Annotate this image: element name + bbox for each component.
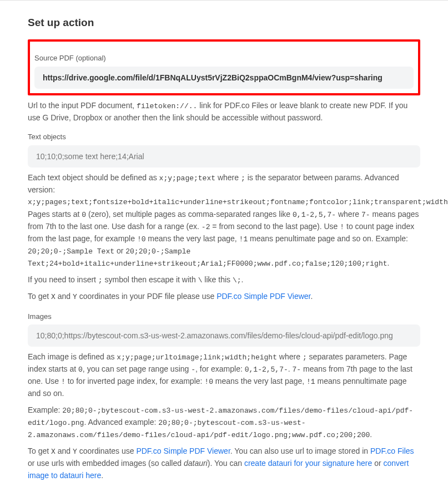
text-objects-input[interactable] [28,145,420,168]
images-help-1: Each image is defined as x;y;page;urltoi… [28,351,420,400]
source-pdf-help: Url to the input PDF document, filetoken… [28,100,420,124]
images-label: Images [28,311,420,322]
source-pdf-highlight-box: Source PDF (optional) [28,39,420,95]
text-objects-help-2: If you need to insert ; symbol then esca… [28,274,420,286]
text-objects-help-1: Each text object should be defined as x;… [28,172,420,270]
page-title: Set up action [28,14,420,31]
images-input[interactable] [28,324,420,347]
source-pdf-label: Source PDF (optional) [34,53,414,64]
create-datauri-link[interactable]: create datauri for your signature here [244,459,372,468]
pdfco-files-link[interactable]: PDF.co Files [370,447,414,455]
pdf-viewer-link-1[interactable]: PDF.co Simple PDF Viewer [217,292,310,301]
images-help-3: To get X and Y coordinates use PDF.co Si… [28,445,420,482]
pdf-viewer-link-2[interactable]: PDF.co Simple PDF Viewer [136,447,230,455]
source-pdf-input[interactable] [34,67,414,89]
images-help-2: Example: 20;80;0-;bytescout-com.s3-us-we… [28,404,420,441]
text-objects-help-3: To get X and Y coordinates in your PDF f… [28,291,420,303]
text-objects-label: Text objects [28,131,420,143]
